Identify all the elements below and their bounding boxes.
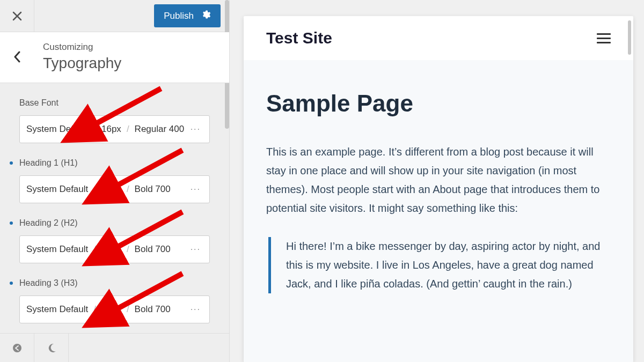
chevron-left-icon	[13, 51, 21, 63]
more-options-button[interactable]: ···	[188, 184, 203, 194]
font-size-value: 16px	[101, 124, 121, 135]
close-icon	[12, 11, 22, 21]
page-title: Sample Page	[266, 90, 611, 117]
separator: /	[127, 304, 129, 315]
publish-button[interactable]: Publish	[154, 4, 221, 27]
group-label: Base Font	[19, 98, 210, 108]
font-control[interactable]: System Default/35px/Bold 700···	[19, 235, 210, 263]
separator: /	[127, 184, 129, 195]
group-label: Heading 2 (H2)	[19, 218, 210, 228]
hamburger-icon	[597, 33, 611, 35]
close-button[interactable]	[0, 0, 34, 32]
customizer-sidebar: Publish Customizing Typography Base Font…	[0, 0, 230, 362]
sidebar-footer	[0, 333, 229, 362]
preview-header: Test Site	[244, 16, 633, 60]
font-control[interactable]: System Default/16px/Regular 400···	[19, 115, 210, 143]
more-options-button[interactable]: ···	[188, 305, 203, 314]
site-title[interactable]: Test Site	[266, 29, 597, 47]
breadcrumb: Customizing	[43, 42, 229, 53]
section-header: Customizing Typography	[0, 32, 229, 83]
blockquote-text: Hi there! I’m a bike messenger by day, a…	[286, 237, 611, 293]
group-label: Heading 1 (H1)	[19, 158, 210, 168]
typography-group: Heading 1 (H1)System Default/40px/Bold 7…	[0, 158, 229, 203]
preview-body: Sample Page This is an example page. It’…	[244, 60, 633, 362]
font-size-value: 40px	[101, 184, 121, 195]
font-size-value: 35px	[101, 244, 121, 255]
publish-label: Publish	[164, 11, 194, 21]
modified-indicator	[10, 161, 13, 165]
moon-icon	[46, 343, 57, 353]
typography-group: Heading 2 (H2)System Default/35px/Bold 7…	[0, 218, 229, 263]
font-size-value: 30px	[101, 304, 121, 315]
separator: /	[127, 124, 129, 135]
more-options-button[interactable]: ···	[188, 245, 203, 254]
preview-scrollbar[interactable]	[628, 20, 631, 55]
font-weight-value: Bold 700	[135, 304, 171, 315]
separator: /	[93, 244, 96, 255]
typography-group: Heading 3 (H3)System Default/30px/Bold 7…	[0, 278, 229, 323]
group-label: Heading 3 (H3)	[19, 278, 210, 288]
site-preview: Test Site Sample Page This is an example…	[244, 16, 633, 362]
svg-point-0	[13, 344, 21, 352]
collapse-icon	[12, 343, 23, 353]
section-title: Typography	[43, 55, 229, 72]
font-family-value: System Default	[26, 304, 88, 315]
sidebar-body: Base FontSystem Default/16px/Regular 400…	[0, 83, 229, 333]
separator: /	[127, 244, 129, 255]
body-paragraph: This is an example page. It’s different …	[266, 143, 611, 218]
typography-group: Base FontSystem Default/16px/Regular 400…	[0, 98, 229, 143]
font-family-value: System Default	[26, 244, 88, 255]
menu-button[interactable]	[597, 31, 611, 46]
modified-indicator	[10, 282, 13, 285]
hide-controls-button[interactable]	[0, 334, 34, 363]
modified-indicator	[10, 221, 13, 225]
blockquote: Hi there! I’m a bike messenger by day, a…	[268, 237, 611, 293]
dark-mode-button[interactable]	[34, 334, 69, 363]
more-options-button[interactable]: ···	[188, 124, 203, 134]
back-button[interactable]	[0, 42, 34, 72]
font-control[interactable]: System Default/40px/Bold 700···	[19, 175, 210, 203]
font-weight-value: Bold 700	[135, 244, 171, 255]
sidebar-topbar: Publish	[0, 0, 229, 32]
separator: /	[93, 304, 96, 315]
font-family-value: System Default	[26, 124, 88, 135]
separator: /	[93, 184, 96, 195]
font-weight-value: Regular 400	[135, 124, 185, 135]
font-family-value: System Default	[26, 184, 88, 195]
separator: /	[93, 124, 96, 135]
preview-area: Test Site Sample Page This is an example…	[230, 0, 644, 362]
gear-icon	[201, 10, 211, 22]
font-control[interactable]: System Default/30px/Bold 700···	[19, 295, 210, 323]
font-weight-value: Bold 700	[135, 184, 171, 195]
